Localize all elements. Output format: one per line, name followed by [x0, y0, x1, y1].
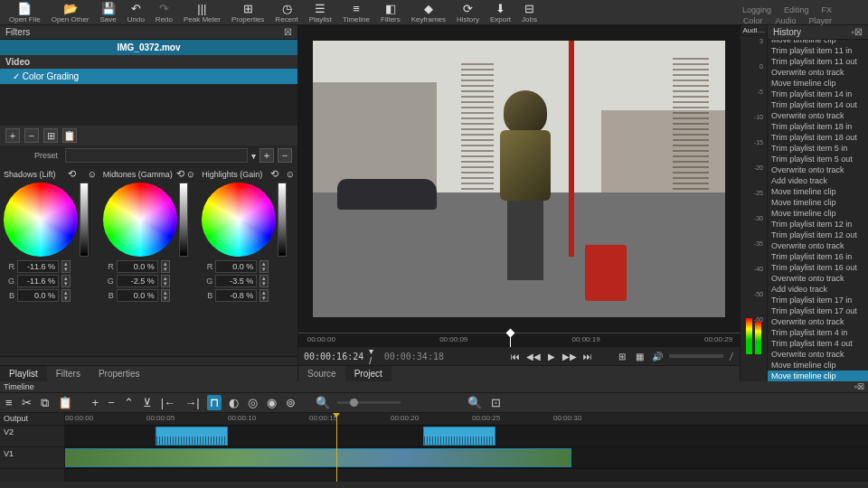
- remove-filter-button[interactable]: −: [24, 128, 39, 143]
- history-item[interactable]: Trim playlist item 4 out: [768, 338, 868, 349]
- clip-v1-1[interactable]: [65, 448, 571, 467]
- tl-ripple-button[interactable]: ◎: [246, 396, 259, 409]
- history-item[interactable]: Move timeline clip: [768, 360, 868, 371]
- lift-slider[interactable]: [80, 183, 89, 257]
- tab-editing[interactable]: Editing: [784, 5, 809, 14]
- prev-frame-button[interactable]: ◀◀: [527, 350, 540, 362]
- video-preview[interactable]: [313, 41, 725, 317]
- tl-paste-button[interactable]: 📋: [56, 396, 74, 409]
- export-button[interactable]: ⬇Export: [485, 2, 516, 23]
- tl-ripple-all-button[interactable]: ◉: [265, 396, 278, 409]
- playlist-button[interactable]: ☰Playlist: [304, 2, 337, 23]
- history-item[interactable]: Trim playlist item 18 out: [768, 132, 868, 143]
- history-item[interactable]: Add video track: [768, 175, 868, 186]
- tl-ripple-markers-button[interactable]: ⊚: [284, 396, 297, 409]
- b-input[interactable]: 0.0 %: [17, 289, 59, 302]
- tl-split2-button[interactable]: →|: [183, 396, 201, 409]
- preset-save-button[interactable]: +: [259, 148, 274, 163]
- grid-button[interactable]: ▦: [634, 350, 646, 362]
- skip-start-button[interactable]: ⏮: [509, 350, 522, 362]
- tl-scrub-button[interactable]: ◐: [227, 396, 241, 409]
- play-button[interactable]: ▶: [545, 350, 558, 362]
- preset-delete-button[interactable]: −: [278, 148, 292, 163]
- tl-overwrite-button[interactable]: ⊻: [141, 396, 154, 409]
- g-input[interactable]: -3.5 %: [215, 275, 257, 287]
- history-item[interactable]: Trim playlist item 17 out: [768, 305, 868, 316]
- track-v1[interactable]: [65, 447, 868, 469]
- tl-lift-button[interactable]: ⌃: [122, 396, 136, 409]
- history-item[interactable]: Overwrite onto track: [768, 164, 868, 175]
- history-item[interactable]: Trim playlist item 17 in: [768, 295, 868, 305]
- tl-zoom-out-button[interactable]: 🔍: [314, 396, 332, 409]
- history-item[interactable]: Trim playlist item 5 out: [768, 154, 868, 164]
- preset-select[interactable]: [65, 148, 248, 163]
- history-item[interactable]: Trim playlist item 14 in: [768, 89, 868, 99]
- keyframes-button[interactable]: ◆Keyframes: [406, 2, 451, 23]
- history-item[interactable]: Trim playlist item 11 out: [768, 56, 868, 67]
- spinner[interactable]: ▴▾: [61, 289, 71, 302]
- history-item[interactable]: Trim playlist item 5 in: [768, 143, 868, 154]
- history-item[interactable]: Overwrite onto track: [768, 349, 868, 360]
- tl-zoom-slider[interactable]: [337, 401, 401, 404]
- save-button[interactable]: 💾Save: [95, 2, 122, 23]
- history-item[interactable]: Move timeline clip: [768, 78, 868, 89]
- history-item[interactable]: Trim playlist item 14 out: [768, 99, 868, 110]
- history-item[interactable]: Trim playlist item 12 in: [768, 219, 868, 230]
- properties-button[interactable]: ⊞Properties: [226, 2, 269, 23]
- keyframe-icon[interactable]: ⊙: [89, 170, 96, 179]
- reset-icon[interactable]: ⟲: [270, 168, 278, 180]
- b-input[interactable]: 0.0 %: [117, 289, 158, 302]
- tab-source[interactable]: Source: [298, 366, 345, 381]
- filter-color-grading[interactable]: Color Grading: [0, 69, 297, 84]
- history-item[interactable]: Trim playlist item 12 out: [768, 230, 868, 240]
- jobs-button[interactable]: ⊟Jobs: [516, 2, 542, 23]
- undo-button[interactable]: ↶Undo: [122, 2, 150, 23]
- r-input[interactable]: 0.0 %: [215, 260, 257, 273]
- reset-icon[interactable]: ⟲: [176, 168, 184, 180]
- color-wheel[interactable]: [4, 183, 78, 257]
- filters-hscroll[interactable]: [0, 356, 297, 365]
- reset-icon[interactable]: ⟲: [68, 168, 76, 180]
- zoom-fit-button[interactable]: ⊞: [616, 350, 628, 362]
- tab-project[interactable]: Project: [345, 366, 392, 381]
- lift-slider[interactable]: [179, 183, 188, 257]
- track-v2[interactable]: [65, 426, 868, 447]
- spinner[interactable]: ▴▾: [161, 275, 170, 287]
- redo-button[interactable]: ↷Redo: [150, 2, 178, 23]
- b-input[interactable]: -0.8 %: [215, 289, 257, 302]
- preview-zoom-slider[interactable]: [669, 354, 723, 358]
- history-item[interactable]: Trim playlist item 11 in: [768, 45, 868, 56]
- history-item[interactable]: Trim playlist item 4 in: [768, 327, 868, 338]
- recent-button[interactable]: ◷Recent: [269, 2, 303, 23]
- history-button[interactable]: ⟳History: [451, 2, 485, 23]
- tab-filters[interactable]: Filters: [47, 366, 90, 381]
- peak-meter-button[interactable]: |||Peak Meter: [178, 2, 226, 23]
- preset-dropdown-icon[interactable]: ▾: [251, 151, 256, 161]
- history-item[interactable]: Overwrite onto track: [768, 316, 868, 327]
- close-icon[interactable]: ☒: [284, 27, 292, 37]
- clip-v2-2[interactable]: [423, 427, 495, 446]
- spinner[interactable]: ▴▾: [61, 260, 71, 273]
- copy-filter-button[interactable]: ⊞: [43, 128, 58, 143]
- timecode-current[interactable]: 00:00:16:24: [304, 352, 363, 361]
- history-list[interactable]: Trim playlist item 8 outOverwrite onto t…: [768, 40, 868, 381]
- tab-properties[interactable]: Properties: [90, 366, 149, 381]
- open-other-button[interactable]: 📂Open Other: [46, 2, 95, 23]
- track-v2-header[interactable]: V2: [0, 426, 64, 447]
- preview-ruler[interactable]: 00:00:0000:00:0900:00:1900:00:29: [298, 333, 740, 347]
- history-item[interactable]: Add video track: [768, 284, 868, 295]
- timeline-playhead[interactable]: [336, 413, 337, 482]
- spinner[interactable]: ▴▾: [259, 289, 269, 302]
- tl-zoom-in-button[interactable]: 🔍: [466, 396, 484, 409]
- tab-audio[interactable]: Audio: [775, 16, 796, 25]
- g-input[interactable]: -11.6 %: [17, 275, 59, 287]
- open-file-button[interactable]: 📄Open File: [4, 2, 46, 23]
- history-item[interactable]: Trim playlist item 16 in: [768, 251, 868, 262]
- history-item[interactable]: Trim playlist item 16 out: [768, 262, 868, 273]
- tab-fx[interactable]: FX: [821, 5, 832, 14]
- history-item[interactable]: Move timeline clip: [768, 197, 868, 208]
- tab-color[interactable]: Color: [743, 16, 763, 25]
- history-item[interactable]: Move timeline clip: [768, 208, 868, 219]
- tab-logging[interactable]: Logging: [742, 5, 771, 14]
- timeline-menu-icon[interactable]: ▫☒: [854, 382, 864, 391]
